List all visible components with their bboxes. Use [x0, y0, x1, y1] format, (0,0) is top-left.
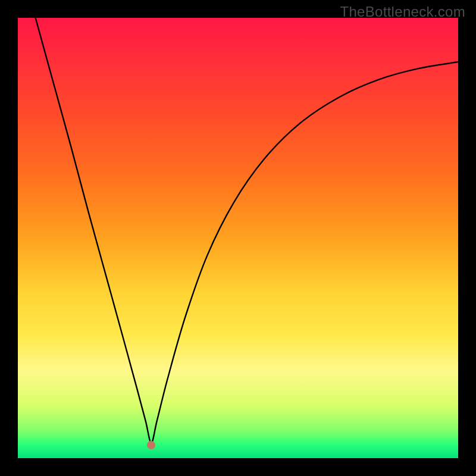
- curve-svg: [18, 18, 458, 458]
- bottleneck-curve-path: [36, 18, 458, 443]
- minimum-marker: [147, 441, 155, 449]
- watermark-label: TheBottleneck.com: [340, 4, 465, 20]
